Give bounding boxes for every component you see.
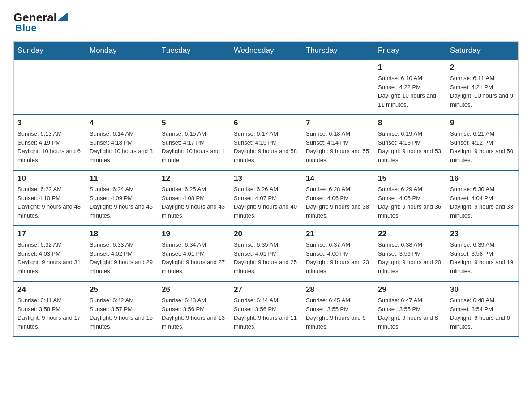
- day-number: 9: [450, 119, 515, 128]
- calendar-body: 1Sunrise: 6:10 AMSunset: 4:22 PMDaylight…: [14, 60, 519, 337]
- weekday-header-saturday: Saturday: [446, 42, 519, 60]
- day-info: Sunrise: 6:35 AMSunset: 4:01 PMDaylight:…: [234, 240, 298, 275]
- day-number: 13: [234, 174, 298, 183]
- calendar-cell: 20Sunrise: 6:35 AMSunset: 4:01 PMDayligh…: [230, 226, 302, 281]
- logo: General Blue: [13, 9, 68, 34]
- calendar-cell: 5Sunrise: 6:15 AMSunset: 4:17 PMDaylight…: [158, 115, 230, 170]
- day-number: 2: [450, 63, 515, 72]
- day-number: 19: [162, 230, 226, 239]
- calendar-cell: [86, 60, 158, 115]
- day-number: 25: [90, 285, 154, 294]
- day-info: Sunrise: 6:17 AMSunset: 4:15 PMDaylight:…: [234, 129, 298, 164]
- day-number: 15: [378, 174, 442, 183]
- day-info: Sunrise: 6:45 AMSunset: 3:55 PMDaylight:…: [306, 296, 370, 331]
- calendar-cell: [14, 60, 86, 115]
- calendar-cell: 16Sunrise: 6:30 AMSunset: 4:04 PMDayligh…: [446, 170, 519, 226]
- day-info: Sunrise: 6:15 AMSunset: 4:17 PMDaylight:…: [162, 129, 226, 164]
- day-number: 12: [162, 174, 226, 183]
- weekday-header-monday: Monday: [86, 42, 158, 60]
- day-number: 7: [306, 119, 370, 128]
- calendar-cell: 27Sunrise: 6:44 AMSunset: 3:56 PMDayligh…: [230, 281, 302, 337]
- day-info: Sunrise: 6:14 AMSunset: 4:18 PMDaylight:…: [90, 129, 154, 164]
- calendar-cell: 19Sunrise: 6:34 AMSunset: 4:01 PMDayligh…: [158, 226, 230, 281]
- day-number: 3: [17, 119, 82, 128]
- calendar-cell: 22Sunrise: 6:38 AMSunset: 3:59 PMDayligh…: [374, 226, 446, 281]
- calendar-cell: 15Sunrise: 6:29 AMSunset: 4:05 PMDayligh…: [374, 170, 446, 226]
- calendar-cell: [230, 60, 302, 115]
- calendar-cell: 11Sunrise: 6:24 AMSunset: 4:09 PMDayligh…: [86, 170, 158, 226]
- day-info: Sunrise: 6:41 AMSunset: 3:58 PMDaylight:…: [17, 296, 82, 331]
- calendar-week-row: 10Sunrise: 6:22 AMSunset: 4:10 PMDayligh…: [14, 170, 519, 226]
- weekday-header-friday: Friday: [374, 42, 446, 60]
- day-info: Sunrise: 6:29 AMSunset: 4:05 PMDaylight:…: [378, 185, 442, 220]
- day-info: Sunrise: 6:25 AMSunset: 4:08 PMDaylight:…: [162, 185, 226, 220]
- day-number: 4: [90, 119, 154, 128]
- day-info: Sunrise: 6:19 AMSunset: 4:13 PMDaylight:…: [378, 129, 442, 164]
- day-number: 23: [450, 230, 515, 239]
- weekday-header-tuesday: Tuesday: [158, 42, 230, 60]
- logo-arrow-icon: [58, 13, 68, 21]
- calendar-cell: 12Sunrise: 6:25 AMSunset: 4:08 PMDayligh…: [158, 170, 230, 226]
- calendar-cell: 13Sunrise: 6:26 AMSunset: 4:07 PMDayligh…: [230, 170, 302, 226]
- calendar-cell: 9Sunrise: 6:21 AMSunset: 4:12 PMDaylight…: [446, 115, 519, 170]
- day-number: 27: [234, 285, 298, 294]
- day-info: Sunrise: 6:11 AMSunset: 4:21 PMDaylight:…: [450, 74, 515, 109]
- day-number: 10: [17, 174, 82, 183]
- day-number: 17: [17, 230, 82, 239]
- day-number: 1: [378, 63, 442, 72]
- day-info: Sunrise: 6:48 AMSunset: 3:54 PMDaylight:…: [450, 296, 515, 331]
- calendar-cell: 26Sunrise: 6:43 AMSunset: 3:56 PMDayligh…: [158, 281, 230, 337]
- day-info: Sunrise: 6:43 AMSunset: 3:56 PMDaylight:…: [162, 296, 226, 331]
- day-number: 18: [90, 230, 154, 239]
- day-number: 24: [17, 285, 82, 294]
- day-number: 22: [378, 230, 442, 239]
- svg-marker-0: [58, 13, 68, 21]
- day-number: 28: [306, 285, 370, 294]
- day-info: Sunrise: 6:37 AMSunset: 4:00 PMDaylight:…: [306, 240, 370, 275]
- day-number: 5: [162, 119, 226, 128]
- day-info: Sunrise: 6:24 AMSunset: 4:09 PMDaylight:…: [90, 185, 154, 220]
- calendar-cell: 4Sunrise: 6:14 AMSunset: 4:18 PMDaylight…: [86, 115, 158, 170]
- day-number: 8: [378, 119, 442, 128]
- day-info: Sunrise: 6:30 AMSunset: 4:04 PMDaylight:…: [450, 185, 515, 220]
- calendar-week-row: 3Sunrise: 6:13 AMSunset: 4:19 PMDaylight…: [14, 115, 519, 170]
- day-info: Sunrise: 6:42 AMSunset: 3:57 PMDaylight:…: [90, 296, 154, 331]
- calendar-cell: [302, 60, 374, 115]
- day-info: Sunrise: 6:21 AMSunset: 4:12 PMDaylight:…: [450, 129, 515, 164]
- calendar-cell: 14Sunrise: 6:28 AMSunset: 4:06 PMDayligh…: [302, 170, 374, 226]
- day-number: 11: [90, 174, 154, 183]
- calendar-cell: 28Sunrise: 6:45 AMSunset: 3:55 PMDayligh…: [302, 281, 374, 337]
- calendar-header: SundayMondayTuesdayWednesdayThursdayFrid…: [14, 42, 519, 60]
- day-number: 14: [306, 174, 370, 183]
- day-number: 21: [306, 230, 370, 239]
- calendar-cell: 10Sunrise: 6:22 AMSunset: 4:10 PMDayligh…: [14, 170, 86, 226]
- calendar-cell: 1Sunrise: 6:10 AMSunset: 4:22 PMDaylight…: [374, 60, 446, 115]
- calendar-cell: 30Sunrise: 6:48 AMSunset: 3:54 PMDayligh…: [446, 281, 519, 337]
- day-number: 6: [234, 119, 298, 128]
- calendar-week-row: 24Sunrise: 6:41 AMSunset: 3:58 PMDayligh…: [14, 281, 519, 337]
- day-info: Sunrise: 6:32 AMSunset: 4:03 PMDaylight:…: [17, 240, 82, 275]
- calendar-cell: 17Sunrise: 6:32 AMSunset: 4:03 PMDayligh…: [14, 226, 86, 281]
- day-number: 26: [162, 285, 226, 294]
- day-info: Sunrise: 6:44 AMSunset: 3:56 PMDaylight:…: [234, 296, 298, 331]
- day-info: Sunrise: 6:10 AMSunset: 4:22 PMDaylight:…: [378, 74, 442, 109]
- day-number: 16: [450, 174, 515, 183]
- day-info: Sunrise: 6:26 AMSunset: 4:07 PMDaylight:…: [234, 185, 298, 220]
- calendar-cell: [158, 60, 230, 115]
- calendar-cell: 29Sunrise: 6:47 AMSunset: 3:55 PMDayligh…: [374, 281, 446, 337]
- calendar-table: SundayMondayTuesdayWednesdayThursdayFrid…: [13, 41, 519, 337]
- weekday-header-row: SundayMondayTuesdayWednesdayThursdayFrid…: [14, 42, 519, 60]
- calendar-cell: 6Sunrise: 6:17 AMSunset: 4:15 PMDaylight…: [230, 115, 302, 170]
- weekday-header-thursday: Thursday: [302, 42, 374, 60]
- day-info: Sunrise: 6:33 AMSunset: 4:02 PMDaylight:…: [90, 240, 154, 275]
- day-info: Sunrise: 6:13 AMSunset: 4:19 PMDaylight:…: [17, 129, 82, 164]
- calendar-cell: 2Sunrise: 6:11 AMSunset: 4:21 PMDaylight…: [446, 60, 519, 115]
- calendar-cell: 3Sunrise: 6:13 AMSunset: 4:19 PMDaylight…: [14, 115, 86, 170]
- day-info: Sunrise: 6:18 AMSunset: 4:14 PMDaylight:…: [306, 129, 370, 164]
- day-number: 20: [234, 230, 298, 239]
- day-number: 29: [378, 285, 442, 294]
- calendar-cell: 24Sunrise: 6:41 AMSunset: 3:58 PMDayligh…: [14, 281, 86, 337]
- calendar-cell: 18Sunrise: 6:33 AMSunset: 4:02 PMDayligh…: [86, 226, 158, 281]
- day-info: Sunrise: 6:28 AMSunset: 4:06 PMDaylight:…: [306, 185, 370, 220]
- calendar-week-row: 1Sunrise: 6:10 AMSunset: 4:22 PMDaylight…: [14, 60, 519, 115]
